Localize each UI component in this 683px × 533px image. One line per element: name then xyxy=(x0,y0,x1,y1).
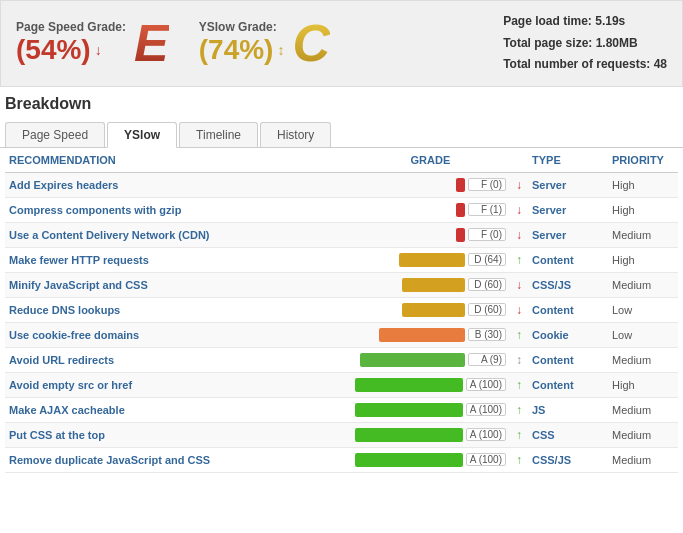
type-cell: Content xyxy=(528,372,608,397)
rec-name[interactable]: Add Expires headers xyxy=(5,172,351,197)
priority-cell: Medium xyxy=(608,447,678,472)
table-row: Make fewer HTTP requests D (64) ↑ Conten… xyxy=(5,247,678,272)
table-row: Use cookie-free domains B (30) ↑ Cookie … xyxy=(5,322,678,347)
trend-arrow: ↕ xyxy=(516,353,522,367)
page-speed-arrow: ↓ xyxy=(95,42,102,58)
grade-bar xyxy=(402,278,465,292)
grade-label: F (1) xyxy=(468,203,506,216)
grade-label: A (100) xyxy=(466,403,506,416)
grade-bar xyxy=(399,253,465,267)
type-cell: Server xyxy=(528,172,608,197)
rec-name[interactable]: Compress components with gzip xyxy=(5,197,351,222)
requests-value: 48 xyxy=(654,57,667,71)
grade-label: D (60) xyxy=(468,303,506,316)
rec-name[interactable]: Reduce DNS lookups xyxy=(5,297,351,322)
priority-cell: High xyxy=(608,197,678,222)
grade-bar xyxy=(456,228,465,242)
col-header-type: TYPE xyxy=(528,148,608,173)
grade-bar xyxy=(379,328,465,342)
grade-label: B (30) xyxy=(468,328,506,341)
arrow-cell: ↕ xyxy=(510,347,528,372)
yslow-grade-block: YSlow Grade: (74%) ↕ C xyxy=(199,17,330,69)
priority-cell: High xyxy=(608,372,678,397)
trend-arrow: ↑ xyxy=(516,453,522,467)
table-row: Compress components with gzip F (1) ↓ Se… xyxy=(5,197,678,222)
arrow-cell: ↑ xyxy=(510,247,528,272)
trend-arrow: ↓ xyxy=(516,203,522,217)
grade-label: F (0) xyxy=(468,178,506,191)
table-row: Avoid URL redirects A (9) ↕ Content Medi… xyxy=(5,347,678,372)
grade-cell: A (100) xyxy=(351,372,510,397)
tab-page-speed[interactable]: Page Speed xyxy=(5,122,105,147)
grade-bar xyxy=(355,428,463,442)
table-row: Minify JavaScript and CSS D (60) ↓ CSS/J… xyxy=(5,272,678,297)
rec-name[interactable]: Put CSS at the top xyxy=(5,422,351,447)
table-row: Use a Content Delivery Network (CDN) F (… xyxy=(5,222,678,247)
grade-cell: A (9) xyxy=(351,347,510,372)
grade-cell: F (1) xyxy=(351,197,510,222)
grade-bar xyxy=(355,453,463,467)
grade-cell: F (0) xyxy=(351,172,510,197)
col-header-grade: GRADE xyxy=(351,148,510,173)
grade-bar xyxy=(355,378,463,392)
tab-yslow[interactable]: YSlow xyxy=(107,122,177,148)
trend-arrow: ↓ xyxy=(516,228,522,242)
grade-label: A (9) xyxy=(468,353,506,366)
tab-history[interactable]: History xyxy=(260,122,331,147)
tab-timeline[interactable]: Timeline xyxy=(179,122,258,147)
type-cell: CSS xyxy=(528,422,608,447)
stats-block: Page load time: 5.19s Total page size: 1… xyxy=(503,11,667,76)
table-container: RECOMMENDATION GRADE TYPE PRIORITY Add E… xyxy=(0,148,683,473)
trend-arrow: ↓ xyxy=(516,278,522,292)
page-size-label: Total page size: xyxy=(503,36,592,50)
trend-arrow: ↑ xyxy=(516,328,522,342)
yslow-label: YSlow Grade: xyxy=(199,20,285,34)
rec-name[interactable]: Minify JavaScript and CSS xyxy=(5,272,351,297)
grade-bar xyxy=(360,353,465,367)
table-row: Put CSS at the top A (100) ↑ CSS Medium xyxy=(5,422,678,447)
rec-name[interactable]: Use a Content Delivery Network (CDN) xyxy=(5,222,351,247)
grade-bar xyxy=(456,178,465,192)
load-time-row: Page load time: 5.19s xyxy=(503,11,667,33)
grade-label: D (60) xyxy=(468,278,506,291)
grade-label: A (100) xyxy=(466,378,506,391)
type-cell: JS xyxy=(528,397,608,422)
load-time-value: 5.19s xyxy=(595,14,625,28)
trend-arrow: ↓ xyxy=(516,178,522,192)
page-size-value: 1.80MB xyxy=(596,36,638,50)
trend-arrow: ↓ xyxy=(516,303,522,317)
type-cell: Content xyxy=(528,347,608,372)
arrow-cell: ↓ xyxy=(510,172,528,197)
requests-label: Total number of requests: xyxy=(503,57,650,71)
table-row: Remove duplicate JavaScript and CSS A (1… xyxy=(5,447,678,472)
priority-cell: High xyxy=(608,247,678,272)
arrow-cell: ↑ xyxy=(510,322,528,347)
table-row: Add Expires headers F (0) ↓ Server High xyxy=(5,172,678,197)
grade-label: A (100) xyxy=(466,428,506,441)
type-cell: Content xyxy=(528,297,608,322)
col-header-recommendation: RECOMMENDATION xyxy=(5,148,351,173)
rec-name[interactable]: Avoid empty src or href xyxy=(5,372,351,397)
grade-bar xyxy=(355,403,463,417)
rec-name[interactable]: Make AJAX cacheable xyxy=(5,397,351,422)
priority-cell: Medium xyxy=(608,272,678,297)
col-header-arrow-spacer xyxy=(510,148,528,173)
tabs-container: Page Speed YSlow Timeline History xyxy=(0,118,683,148)
grade-cell: D (64) xyxy=(351,247,510,272)
page-speed-label: Page Speed Grade: xyxy=(16,20,126,34)
type-cell: Server xyxy=(528,222,608,247)
table-row: Avoid empty src or href A (100) ↑ Conten… xyxy=(5,372,678,397)
arrow-cell: ↓ xyxy=(510,222,528,247)
rec-name[interactable]: Use cookie-free domains xyxy=(5,322,351,347)
priority-cell: Low xyxy=(608,322,678,347)
grade-cell: D (60) xyxy=(351,272,510,297)
load-time-label: Page load time: xyxy=(503,14,592,28)
grade-cell: A (100) xyxy=(351,397,510,422)
rec-name[interactable]: Remove duplicate JavaScript and CSS xyxy=(5,447,351,472)
rec-name[interactable]: Avoid URL redirects xyxy=(5,347,351,372)
header-section: Page Speed Grade: (54%) ↓ E YSlow Grade:… xyxy=(0,0,683,87)
rec-name[interactable]: Make fewer HTTP requests xyxy=(5,247,351,272)
grade-bar xyxy=(456,203,465,217)
arrow-cell: ↓ xyxy=(510,272,528,297)
col-header-priority: PRIORITY xyxy=(608,148,678,173)
